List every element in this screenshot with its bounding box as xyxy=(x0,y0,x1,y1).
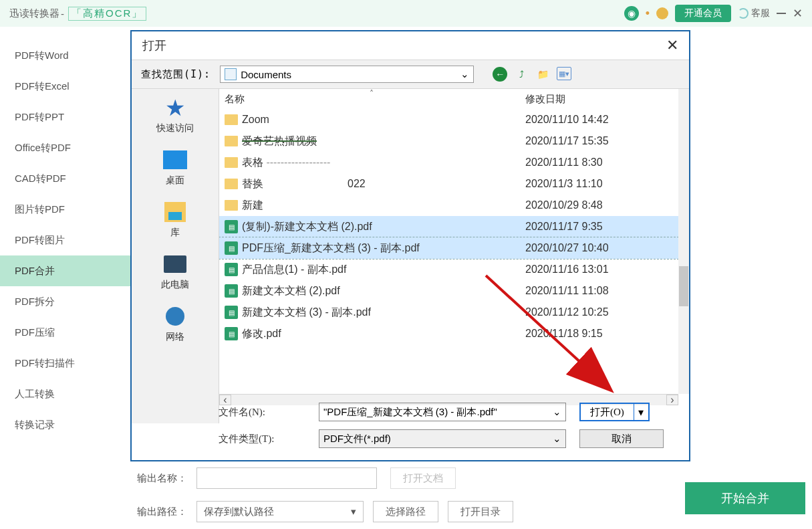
file-row[interactable]: ▤产品信息(1) - 副本.pdf2020/11/16 13:01 xyxy=(219,259,678,280)
dialog-close-button[interactable]: ✕ xyxy=(666,37,678,54)
new-folder-icon[interactable]: 📁 xyxy=(535,67,550,82)
lookin-label: 查找范围(I): xyxy=(141,68,211,81)
app-name: 迅读转换器 xyxy=(9,7,59,20)
file-row[interactable]: ▤PDF压缩_新建文本文档 (3) - 副本.pdf2020/10/27 10:… xyxy=(219,237,678,259)
sidebar-item[interactable]: PDF压缩 xyxy=(0,317,130,348)
open-dialog: 打开 ✕ 查找范围(I): Documents ⌄ ← ⤴ 📁 ▦▾ ★快速访问… xyxy=(130,30,690,461)
file-row[interactable]: ▤新建文本文档 (3) - 副本.pdf2020/11/12 10:25 xyxy=(219,302,678,323)
folder-icon xyxy=(225,114,238,125)
output-path-label: 输出路径： xyxy=(137,506,187,518)
open-dropdown-icon[interactable]: ▾ xyxy=(634,404,648,420)
file-row[interactable]: ▤修改.pdf2020/11/18 9:15 xyxy=(219,323,678,344)
back-icon[interactable]: ← xyxy=(493,67,507,82)
vip-icon[interactable] xyxy=(656,7,668,19)
column-name[interactable]: 名称 xyxy=(225,93,525,106)
sidebar-item[interactable]: PDF转Excel xyxy=(0,71,130,102)
places-item[interactable]: 网络 xyxy=(162,304,188,343)
up-folder-icon[interactable]: ⤴ xyxy=(514,67,529,82)
ocr-badge: 高精OCR xyxy=(68,7,146,21)
folder-icon xyxy=(225,136,238,146)
places-item[interactable]: 此电脑 xyxy=(161,252,189,291)
sidebar-item[interactable]: Office转PDF xyxy=(0,132,130,163)
open-button[interactable]: 打开(O) ▾ xyxy=(579,403,650,421)
sidebar-item[interactable]: PDF转PPT xyxy=(0,102,130,132)
open-dir-button[interactable]: 打开目录 xyxy=(448,501,513,522)
chevron-down-icon: ⌄ xyxy=(460,68,469,80)
chevron-down-icon: ▾ xyxy=(351,506,356,518)
file-row[interactable]: ▤新建文本文档 (2).pdf2020/11/11 11:08 xyxy=(219,280,678,302)
sidebar-item[interactable]: PDF合并 xyxy=(0,255,130,286)
file-row[interactable]: 爱奇艺热播视频2020/11/17 15:35 xyxy=(219,130,678,152)
select-path-button[interactable]: 选择路径 xyxy=(373,501,438,522)
scrollbar-vertical[interactable] xyxy=(678,89,689,394)
file-row[interactable]: ▤(复制)-新建文本文档 (2).pdf2020/11/17 9:35 xyxy=(219,216,678,237)
filename-label: 文件名(N): xyxy=(219,406,305,419)
sidebar-item[interactable]: PDF转Word xyxy=(0,40,130,71)
sort-indicator-icon: ˄ xyxy=(370,89,374,98)
places-item[interactable]: 桌面 xyxy=(162,148,188,187)
pdf-icon: ▤ xyxy=(225,306,238,319)
sidebar-item[interactable]: PDF拆分 xyxy=(0,286,130,317)
file-row[interactable]: 表格 ------------------2020/11/11 8:30 xyxy=(219,152,678,173)
open-doc-button[interactable]: 打开文档 xyxy=(390,467,456,489)
close-button[interactable]: ✕ xyxy=(793,6,803,21)
minimize-button[interactable] xyxy=(777,13,786,14)
folder-icon xyxy=(225,157,238,168)
places-item[interactable]: 库 xyxy=(162,200,188,239)
output-name-input[interactable] xyxy=(196,467,377,489)
sidebar-item[interactable]: 人工转换 xyxy=(0,379,130,409)
docs-folder-icon xyxy=(225,68,237,80)
folder-icon xyxy=(225,200,238,211)
sidebar-item[interactable]: 转换记录 xyxy=(0,409,130,440)
cancel-button[interactable]: 取消 xyxy=(579,429,664,448)
title-bar: 迅读转换器 - 高精OCR ◉ • 开通会员 客服 ✕ xyxy=(0,0,812,27)
folder-icon xyxy=(225,179,238,189)
pdf-icon: ▤ xyxy=(225,241,238,255)
dot-icon: • xyxy=(646,7,650,19)
pdf-icon: ▤ xyxy=(225,284,238,298)
service-button[interactable]: 客服 xyxy=(738,7,770,19)
output-name-label: 输出名称： xyxy=(137,472,187,485)
places-bar: ★快速访问桌面库此电脑网络 xyxy=(132,89,219,423)
sidebar-item[interactable]: CAD转PDF xyxy=(0,163,130,194)
user-avatar-icon[interactable]: ◉ xyxy=(624,6,639,21)
filetype-combo[interactable]: PDF文件(*.pdf) ⌄ xyxy=(319,429,566,448)
pdf-icon: ▤ xyxy=(225,220,238,233)
dialog-title: 打开 xyxy=(142,37,166,54)
file-row[interactable]: 替换0222020/11/3 11:10 xyxy=(219,173,678,195)
sidebar-item[interactable]: PDF转扫描件 xyxy=(0,348,130,379)
chevron-down-icon: ⌄ xyxy=(553,406,561,418)
file-row[interactable]: 新建2020/10/29 8:48 xyxy=(219,195,678,216)
pdf-icon: ▤ xyxy=(225,327,238,340)
column-date[interactable]: 修改日期 xyxy=(525,93,689,106)
sidebar-item[interactable]: 图片转PDF xyxy=(0,194,130,225)
output-path-dropdown[interactable]: 保存到默认路径 ▾ xyxy=(196,501,364,522)
filetype-label: 文件类型(T): xyxy=(219,433,305,445)
sidebar-item[interactable]: PDF转图片 xyxy=(0,225,130,255)
lookin-combo[interactable]: Documents ⌄ xyxy=(220,66,474,83)
sidebar: PDF转WordPDF转ExcelPDF转PPTOffice转PDFCAD转PD… xyxy=(0,27,130,529)
view-menu-icon[interactable]: ▦▾ xyxy=(557,67,571,80)
filename-combo[interactable]: "PDF压缩_新建文本文档 (3) - 副本.pdf" ⌄ xyxy=(319,403,566,421)
chevron-down-icon: ⌄ xyxy=(553,433,561,445)
places-item[interactable]: ★快速访问 xyxy=(156,96,194,134)
refresh-icon xyxy=(738,8,749,19)
start-merge-button[interactable]: 开始合并 xyxy=(685,482,805,514)
file-list: ˄ 名称 修改日期 Zoom2020/11/10 14:42爱奇艺热播视频202… xyxy=(219,89,689,423)
file-row[interactable]: Zoom2020/11/10 14:42 xyxy=(219,109,678,130)
pdf-icon: ▤ xyxy=(225,263,238,276)
membership-button[interactable]: 开通会员 xyxy=(675,5,731,22)
